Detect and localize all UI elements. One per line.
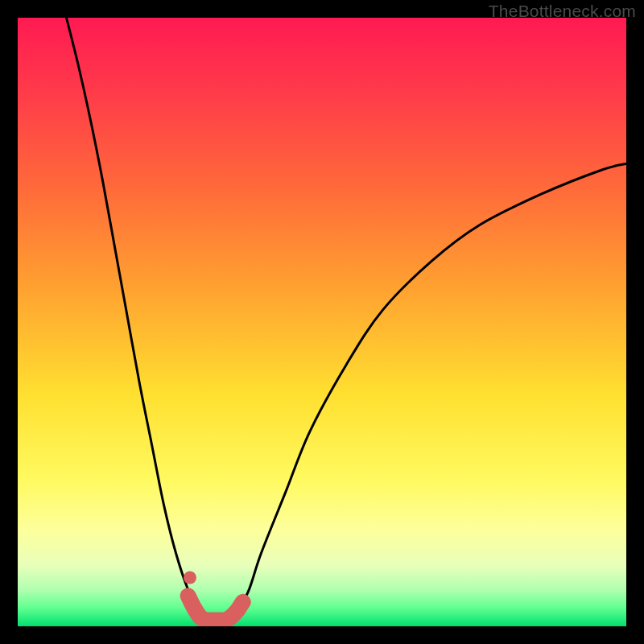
- left-curve-path: [66, 18, 200, 614]
- trough-dot: [184, 572, 196, 584]
- right-curve-path: [237, 163, 626, 613]
- chart-curves-svg: [18, 18, 626, 626]
- trough-highlight-path: [188, 596, 243, 621]
- attribution-text: TheBottleneck.com: [489, 2, 636, 21]
- chart-frame: [18, 18, 626, 626]
